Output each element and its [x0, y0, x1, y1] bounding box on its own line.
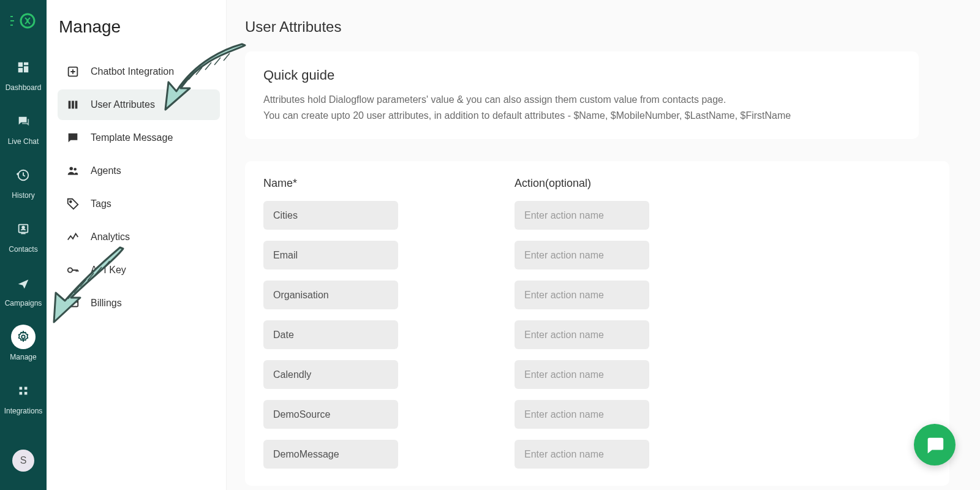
- menu-item-user-attributes[interactable]: User Attributes: [58, 89, 220, 120]
- people-icon: [66, 164, 80, 178]
- rail-label: History: [12, 191, 34, 200]
- history-icon: [11, 163, 36, 187]
- menu-item-label: Billings: [91, 298, 122, 309]
- menu-item-label: Chatbot Integration: [91, 66, 174, 77]
- svg-rect-12: [24, 392, 28, 395]
- attribute-row: [263, 320, 931, 349]
- attribute-action-input[interactable]: [514, 281, 649, 309]
- rail-label: Integrations: [4, 407, 43, 415]
- attribute-row: [263, 400, 931, 429]
- rail-item-campaigns[interactable]: Campaigns: [0, 271, 47, 307]
- rail-label: Manage: [10, 353, 36, 361]
- rail-label: Campaigns: [5, 299, 42, 307]
- svg-rect-3: [24, 66, 28, 72]
- quick-guide-text-1: Attributes hold Dialogflow parameters' v…: [263, 92, 900, 108]
- attributes-form: Name* Action(optional): [245, 161, 949, 486]
- menu-item-agents[interactable]: Agents: [58, 156, 220, 186]
- attribute-row: [263, 241, 931, 270]
- rail-label: Contacts: [9, 245, 37, 254]
- menu-item-label: API Key: [91, 265, 126, 276]
- menu-item-label: Agents: [91, 165, 121, 176]
- avatar[interactable]: S: [12, 450, 34, 472]
- svg-point-17: [70, 167, 74, 171]
- tag-icon: [66, 197, 80, 211]
- menu-item-billings[interactable]: Billings: [58, 288, 220, 318]
- svg-point-8: [21, 335, 25, 339]
- menu-item-template-message[interactable]: Template Message: [58, 123, 220, 153]
- attribute-row: [263, 360, 931, 389]
- svg-point-7: [22, 226, 24, 228]
- rail-item-history[interactable]: History: [0, 163, 47, 200]
- menu-item-analytics[interactable]: Analytics: [58, 222, 220, 252]
- action-column-header: Action(optional): [514, 177, 649, 190]
- menu-item-label: User Attributes: [91, 99, 155, 110]
- svg-rect-10: [24, 387, 28, 390]
- attribute-row: [263, 201, 931, 230]
- avatar-initial: S: [20, 455, 27, 466]
- menu-item-tags[interactable]: Tags: [58, 189, 220, 219]
- page-title: User Attributes: [245, 18, 962, 36]
- attribute-row: [263, 440, 931, 469]
- billing-icon: [66, 296, 80, 310]
- menu-item-label: Tags: [91, 198, 111, 209]
- svg-rect-14: [69, 101, 71, 109]
- rail-item-manage[interactable]: Manage: [0, 325, 47, 361]
- app-logo-icon: [9, 9, 38, 33]
- attribute-name-input[interactable]: [263, 201, 398, 230]
- attribute-action-input[interactable]: [514, 440, 649, 469]
- submenu-title: Manage: [58, 17, 220, 37]
- chat-bubble-icon: [924, 434, 945, 455]
- integrations-icon: [11, 379, 36, 403]
- svg-rect-2: [24, 62, 28, 66]
- chat-fab-button[interactable]: [914, 424, 956, 466]
- svg-point-19: [70, 201, 72, 203]
- analytics-icon: [66, 230, 80, 244]
- dashboard-icon: [11, 55, 36, 80]
- contacts-icon: [11, 217, 36, 241]
- menu-item-api-key[interactable]: API Key: [58, 255, 220, 285]
- svg-point-18: [74, 168, 77, 171]
- columns-icon: [66, 98, 80, 111]
- chat-icon: [11, 109, 36, 134]
- name-column-header: Name*: [263, 177, 398, 190]
- attribute-action-input[interactable]: [514, 241, 649, 270]
- rail-item-integrations[interactable]: Integrations: [0, 379, 47, 415]
- svg-rect-15: [72, 101, 74, 109]
- menu-item-label: Analytics: [91, 232, 130, 243]
- menu-item-label: Template Message: [91, 132, 173, 143]
- quick-guide-text-2: You can create upto 20 user attributes, …: [263, 108, 900, 124]
- rail-label: Dashboard: [6, 83, 42, 92]
- quick-guide-card: Quick guide Attributes hold Dialogflow p…: [245, 51, 919, 139]
- rail-item-dashboard[interactable]: Dashboard: [0, 55, 47, 92]
- rail-item-livechat[interactable]: Live Chat: [0, 109, 47, 146]
- svg-rect-11: [20, 392, 23, 395]
- attribute-action-input[interactable]: [514, 400, 649, 429]
- attribute-name-input[interactable]: [263, 440, 398, 469]
- attribute-name-input[interactable]: [263, 360, 398, 389]
- primary-nav-rail: Dashboard Live Chat History Contacts Cam…: [0, 0, 47, 490]
- svg-rect-21: [68, 300, 78, 307]
- rail-item-contacts[interactable]: Contacts: [0, 217, 47, 254]
- attribute-action-input[interactable]: [514, 201, 649, 230]
- attribute-name-input[interactable]: [263, 281, 398, 309]
- svg-rect-9: [20, 387, 23, 390]
- key-icon: [66, 263, 80, 277]
- menu-item-chatbot-integration[interactable]: Chatbot Integration: [58, 56, 220, 87]
- svg-rect-4: [18, 68, 23, 72]
- svg-point-20: [68, 268, 72, 272]
- attribute-name-input[interactable]: [263, 241, 398, 270]
- svg-rect-16: [75, 101, 78, 109]
- message-icon: [66, 131, 80, 145]
- manage-submenu: Manage Chatbot Integration User Attribut…: [47, 0, 227, 490]
- rail-label: Live Chat: [8, 137, 39, 146]
- attribute-name-input[interactable]: [263, 320, 398, 349]
- quick-guide-title: Quick guide: [263, 67, 900, 83]
- main-content: User Attributes Quick guide Attributes h…: [227, 0, 980, 490]
- campaigns-icon: [11, 271, 36, 295]
- attribute-name-input[interactable]: [263, 400, 398, 429]
- chatbot-icon: [66, 65, 80, 78]
- attribute-action-input[interactable]: [514, 320, 649, 349]
- attribute-row: [263, 281, 931, 309]
- gear-icon: [11, 325, 36, 349]
- attribute-action-input[interactable]: [514, 360, 649, 389]
